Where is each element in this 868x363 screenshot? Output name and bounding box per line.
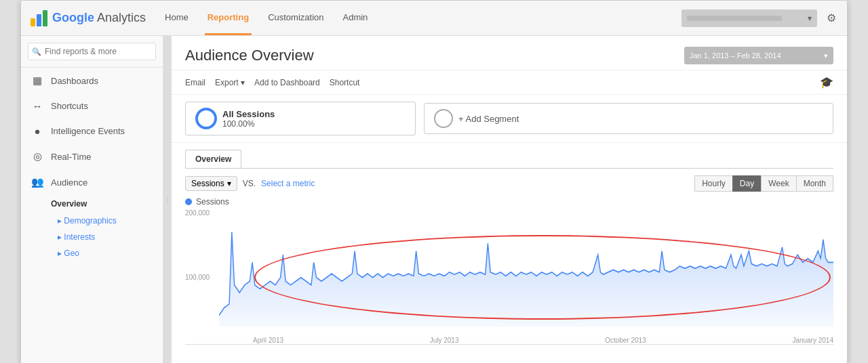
account-selector[interactable]: ▾ bbox=[682, 9, 817, 27]
dashboards-icon: ▦ bbox=[31, 74, 44, 87]
x-label-october: October 2013 bbox=[605, 337, 646, 344]
segment-pct: 100.00% bbox=[222, 119, 275, 129]
nav-customization[interactable]: Customization bbox=[265, 1, 326, 35]
add-segment-circle bbox=[434, 109, 453, 128]
x-label-july: July 2013 bbox=[430, 337, 459, 344]
add-segment-label: + Add Segment bbox=[458, 114, 519, 124]
sidebar-label-audience: Audience bbox=[51, 177, 87, 188]
sidebar-sub-demographics[interactable]: ▸ Demographics bbox=[21, 213, 163, 229]
help-icon[interactable]: 🎓 bbox=[820, 76, 833, 89]
add-dashboard-button[interactable]: Add to Dashboard bbox=[254, 78, 320, 87]
sidebar-item-audience[interactable]: 👥 Audience bbox=[21, 169, 163, 195]
logo-text: Google Analytics bbox=[52, 11, 146, 25]
toolbar-row: Email Export ▾ Add to Dashboard Shortcut… bbox=[172, 70, 847, 95]
svg-rect-2 bbox=[43, 10, 47, 26]
date-range-selector[interactable]: Jan 1, 2013 – Feb 28, 2014 ▾ bbox=[684, 47, 833, 64]
sidebar-sub-geo[interactable]: ▸ Geo bbox=[21, 245, 163, 261]
segments-row: All Sessions 100.00% + Add Segment bbox=[172, 95, 847, 143]
top-nav: Google Analytics Home Reporting Customiz… bbox=[21, 1, 847, 36]
metric-arrow: ▾ bbox=[227, 179, 231, 188]
sidebar-item-intelligence[interactable]: ● Intelligence Events bbox=[21, 119, 163, 144]
main-layout: ▦ Dashboards ↔ Shortcuts ● Intelligence … bbox=[21, 36, 847, 363]
email-button[interactable]: Email bbox=[185, 78, 205, 87]
nav-right: ▾ ⚙ bbox=[682, 9, 839, 27]
sidebar-item-realtime[interactable]: ◎ Real-Time bbox=[21, 144, 163, 169]
nav-home[interactable]: Home bbox=[162, 1, 191, 35]
logo-area: Google Analytics bbox=[29, 9, 146, 28]
sidebar-item-shortcuts[interactable]: ↔ Shortcuts bbox=[21, 93, 163, 119]
time-buttons: Hourly Day Week Month bbox=[695, 175, 833, 192]
sidebar-label-shortcuts: Shortcuts bbox=[51, 101, 88, 111]
metric-label: Sessions bbox=[191, 179, 224, 188]
chart-section: Sessions ▾ VS. Select a metric Hourly Da… bbox=[172, 169, 847, 351]
sidebar-item-dashboards[interactable]: ▦ Dashboards bbox=[21, 68, 163, 93]
segment-name: All Sessions bbox=[222, 109, 275, 119]
chart-svg bbox=[219, 209, 833, 330]
account-bar bbox=[687, 16, 782, 21]
sidebar-label-dashboards: Dashboards bbox=[51, 76, 98, 86]
chart-legend: Sessions bbox=[185, 197, 833, 207]
sidebar: ▦ Dashboards ↔ Shortcuts ● Intelligence … bbox=[21, 36, 163, 363]
svg-rect-0 bbox=[31, 18, 35, 26]
realtime-icon: ◎ bbox=[31, 150, 44, 163]
nav-links: Home Reporting Customization Admin bbox=[162, 1, 682, 35]
add-segment-pill[interactable]: + Add Segment bbox=[424, 103, 833, 134]
sidebar-resize-handle[interactable]: ⋮ bbox=[163, 36, 172, 363]
date-range-label: Jan 1, 2013 – Feb 28, 2014 bbox=[690, 51, 781, 60]
tab-overview[interactable]: Overview bbox=[185, 150, 241, 168]
content-header: Audience Overview Jan 1, 2013 – Feb 28, … bbox=[172, 36, 847, 70]
search-wrap bbox=[28, 43, 156, 60]
chart-svg-area bbox=[219, 209, 833, 330]
y-axis-mid: 100,000 bbox=[185, 273, 210, 280]
select-metric-link[interactable]: Select a metric bbox=[261, 179, 315, 188]
vs-text: VS. bbox=[243, 179, 256, 188]
sidebar-label-intelligence: Intelligence Events bbox=[51, 126, 125, 136]
nav-reporting[interactable]: Reporting bbox=[205, 1, 252, 35]
active-segment-pill[interactable]: All Sessions 100.00% bbox=[185, 102, 416, 135]
day-btn[interactable]: Day bbox=[732, 175, 762, 192]
metric-selector: Sessions ▾ VS. Select a metric bbox=[185, 176, 315, 191]
svg-rect-1 bbox=[37, 14, 41, 26]
y-axis-top: 200,000 bbox=[185, 209, 210, 217]
chart-controls: Sessions ▾ VS. Select a metric Hourly Da… bbox=[185, 175, 833, 192]
metric-dropdown[interactable]: Sessions ▾ bbox=[185, 176, 237, 191]
sidebar-search-area bbox=[21, 36, 163, 68]
sidebar-label-realtime: Real-Time bbox=[51, 152, 91, 162]
shortcut-button[interactable]: Shortcut bbox=[330, 78, 360, 87]
app-window: Google Analytics Home Reporting Customiz… bbox=[20, 0, 848, 363]
intelligence-icon: ● bbox=[31, 125, 44, 137]
week-btn[interactable]: Week bbox=[761, 175, 796, 192]
date-range-chevron: ▾ bbox=[824, 51, 828, 60]
x-axis-labels: April 2013 July 2013 October 2013 Januar… bbox=[219, 337, 833, 344]
chart-area-fill bbox=[219, 232, 833, 327]
hourly-btn[interactable]: Hourly bbox=[694, 175, 733, 192]
sidebar-sub-interests[interactable]: ▸ Interests bbox=[21, 229, 163, 245]
shortcuts-icon: ↔ bbox=[31, 100, 44, 112]
legend-dot bbox=[185, 198, 192, 205]
chart-container: 200,000 100,000 bbox=[185, 209, 833, 345]
legend-label: Sessions bbox=[196, 197, 229, 207]
nav-admin[interactable]: Admin bbox=[340, 1, 371, 35]
content-area: Audience Overview Jan 1, 2013 – Feb 28, … bbox=[172, 36, 847, 363]
segment-dot bbox=[195, 108, 217, 129]
search-input[interactable] bbox=[28, 43, 156, 60]
audience-icon: 👥 bbox=[31, 176, 44, 188]
month-btn[interactable]: Month bbox=[796, 175, 833, 192]
export-button[interactable]: Export ▾ bbox=[215, 78, 245, 87]
ga-logo-icon bbox=[29, 9, 48, 28]
segment-text: All Sessions 100.00% bbox=[222, 109, 275, 129]
x-label-january: January 2014 bbox=[792, 337, 833, 344]
page-title: Audience Overview bbox=[185, 47, 314, 64]
sidebar-sub-overview[interactable]: Overview bbox=[21, 195, 163, 213]
x-label-april: April 2013 bbox=[253, 337, 283, 344]
overview-tab-row: Overview bbox=[172, 143, 847, 168]
settings-icon[interactable]: ⚙ bbox=[824, 9, 839, 27]
